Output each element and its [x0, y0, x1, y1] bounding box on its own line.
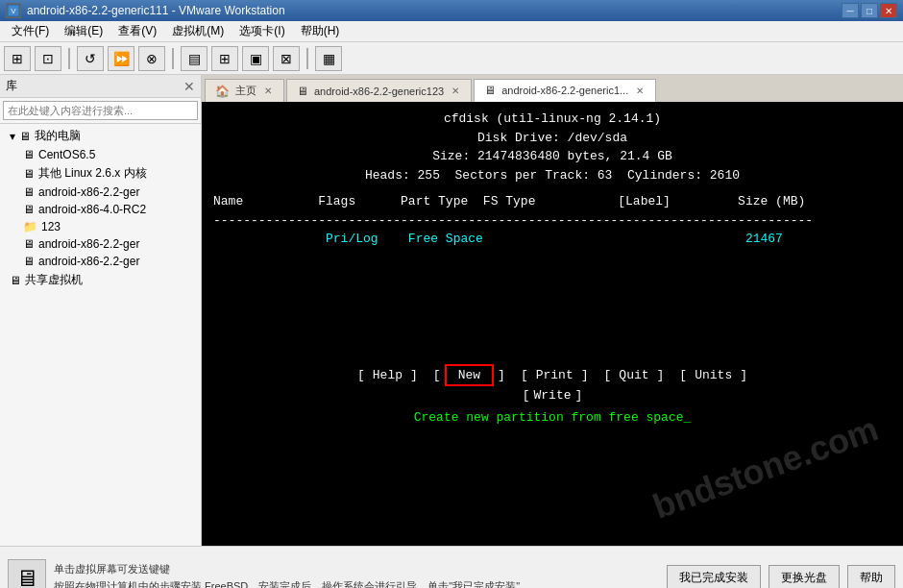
units-button-bracket-open: [ — [679, 368, 687, 382]
monitor-icon: 🖥 — [15, 565, 38, 589]
tab-close-home[interactable]: ✕ — [262, 86, 274, 97]
new-button-bracket-open: [ — [433, 368, 441, 382]
sidebar-item-centos[interactable]: 🖥 CentOS6.5 — [0, 146, 201, 163]
tab-android111[interactable]: 🖥 android-x86-2.2-generic1... ✕ — [474, 79, 656, 102]
menu-help[interactable]: 帮助(H) — [293, 21, 348, 41]
vm-free-space-row: Pri/Log Free Space 21467 — [213, 230, 891, 249]
help-button-bracket-open: [ — [357, 368, 365, 382]
toolbar-btn-7[interactable]: ⊞ — [211, 46, 238, 71]
bottom-panel: 🖥 单击虚拟屏幕可发送键键 按照在物理计算机中的步骤安装 FreeBSD。安装完… — [0, 546, 903, 588]
bottom-text-line2: 按照在物理计算机中的步骤安装 FreeBSD。安装完成后，操作系统会进行引导，单… — [54, 578, 659, 589]
sidebar-item-shared[interactable]: 🖥 共享虚拟机 — [0, 270, 201, 290]
quit-button-bracket-close: ] — [657, 368, 665, 382]
menu-vm[interactable]: 虚拟机(M) — [164, 21, 232, 41]
sidebar-item-label: android-x86-4.0-RC2 — [38, 203, 146, 216]
vm-icon-linux: 🖥 — [23, 167, 35, 181]
vm-table-header: Name Flags Part Type FS Type [Label] Siz… — [213, 192, 891, 211]
home-icon: 🏠 — [215, 85, 230, 98]
toolbar-btn-9[interactable]: ⊠ — [273, 46, 300, 71]
print-button-label[interactable]: Print — [532, 368, 577, 382]
vm-header-line: cfdisk (util-linux-ng 2.14.1) — [213, 110, 891, 129]
cfdisk-button-row1: [ Help ] [ New ] [ Print ] [ Quit ] [ Un… — [213, 364, 891, 386]
toolbar: ⊞ ⊡ ↺ ⏩ ⊗ ▤ ⊞ ▣ ⊠ ▦ — [0, 42, 903, 75]
tab-label-android123: android-x86-2.2-generic123 — [314, 86, 444, 97]
tabs-bar: 🏠 主页 ✕ 🖥 android-x86-2.2-generic123 ✕ 🖥 … — [202, 75, 903, 102]
sidebar-item-android22b[interactable]: 🖥 android-x86-2.2-ger — [0, 235, 201, 253]
menu-edit[interactable]: 编辑(E) — [57, 21, 110, 41]
title-bar: V android-x86-2.2-generic111 - VMware Wo… — [0, 0, 903, 21]
sidebar-close-button[interactable]: ✕ — [183, 79, 195, 94]
sidebar: 库 ✕ ▾ 🖥 我的电脑 🖥 CentOS6.5 🖥 其他 Linux 2.6.… — [0, 75, 202, 546]
sidebar-item-label: 共享虚拟机 — [25, 272, 83, 288]
window-controls: ─ □ ✕ — [842, 3, 897, 18]
vm-screen[interactable]: cfdisk (util-linux-ng 2.14.1) Disk Drive… — [202, 102, 903, 546]
toolbar-btn-4[interactable]: ⏩ — [108, 46, 134, 71]
help-button-label[interactable]: Help — [369, 368, 406, 382]
cfdisk-button-row2: [ Write ] — [213, 388, 891, 403]
vm-thumbnail-icon: 🖥 — [8, 559, 46, 589]
tab-close-android123[interactable]: ✕ — [450, 86, 461, 97]
bottom-panel-text: 单击虚拟屏幕可发送键键 按照在物理计算机中的步骤安装 FreeBSD。安装完成后… — [54, 561, 659, 588]
toolbar-separator-3 — [306, 48, 308, 69]
vm-disk-line3: Heads: 255 Sectors per Track: 63 Cylinde… — [213, 166, 891, 185]
menu-bar: 文件(F) 编辑(E) 查看(V) 虚拟机(M) 选项卡(I) 帮助(H) — [0, 21, 903, 42]
sidebar-search-input[interactable] — [3, 101, 198, 120]
tab-close-android111[interactable]: ✕ — [634, 85, 646, 96]
folder-icon: 📁 — [23, 220, 37, 233]
sidebar-item-label: 其他 Linux 2.6.x 内核 — [38, 165, 147, 182]
bottom-text-line1: 单击虚拟屏幕可发送键键 — [54, 561, 659, 578]
sidebar-title: 库 — [6, 78, 17, 94]
tab-home[interactable]: 🏠 主页 ✕ — [205, 79, 284, 102]
complete-install-button[interactable]: 我已完成安装 — [667, 565, 761, 589]
close-button[interactable]: ✕ — [880, 3, 897, 18]
minimize-button[interactable]: ─ — [842, 3, 859, 18]
units-button-bracket-close: ] — [740, 368, 747, 382]
window-title: android-x86-2.2-generic111 - VMware Work… — [27, 4, 842, 17]
computer-icon: 🖥 — [19, 130, 31, 143]
toolbar-btn-1[interactable]: ⊞ — [4, 46, 31, 71]
vm-icon-centos: 🖥 — [23, 148, 35, 161]
sidebar-item-label: 我的电脑 — [35, 128, 81, 144]
sidebar-tree: ▾ 🖥 我的电脑 🖥 CentOS6.5 🖥 其他 Linux 2.6.x 内核… — [0, 124, 201, 546]
content-area: 🏠 主页 ✕ 🖥 android-x86-2.2-generic123 ✕ 🖥 … — [202, 75, 903, 546]
sidebar-item-123[interactable]: 📁 123 — [0, 218, 201, 235]
toolbar-separator-2 — [172, 48, 174, 69]
quit-button-label[interactable]: Quit — [615, 368, 652, 382]
print-button-bracket-open: [ — [521, 368, 528, 382]
sidebar-item-android40[interactable]: 🖥 android-x86-4.0-RC2 — [0, 201, 201, 218]
vm-tab-icon-111: 🖥 — [484, 84, 496, 97]
main-layout: 库 ✕ ▾ 🖥 我的电脑 🖥 CentOS6.5 🖥 其他 Linux 2.6.… — [0, 75, 903, 546]
write-button-bracket-close: ] — [575, 388, 583, 403]
toolbar-btn-5[interactable]: ⊗ — [138, 46, 165, 71]
shared-vm-icon: 🖥 — [10, 274, 21, 287]
toolbar-btn-3[interactable]: ↺ — [77, 46, 104, 71]
tab-label-home: 主页 — [235, 84, 256, 98]
menu-tab[interactable]: 选项卡(I) — [232, 21, 292, 41]
help-button-bracket-close: ] — [410, 368, 418, 382]
sidebar-header: 库 ✕ — [0, 75, 201, 98]
sidebar-item-linux26[interactable]: 🖥 其他 Linux 2.6.x 内核 — [0, 163, 201, 184]
watermark: bndstone.com — [647, 408, 884, 527]
sidebar-item-android22a[interactable]: 🖥 android-x86-2.2-ger — [0, 184, 201, 201]
toolbar-btn-8[interactable]: ▣ — [242, 46, 269, 71]
write-button-label[interactable]: Write — [529, 388, 574, 403]
vm-disk-line2: Size: 21474836480 bytes, 21.4 GB — [213, 147, 891, 166]
quit-button-bracket-open: [ — [604, 368, 612, 382]
maximize-button[interactable]: □ — [861, 3, 878, 18]
new-button-label[interactable]: New — [445, 364, 494, 386]
menu-file[interactable]: 文件(F) — [4, 21, 57, 41]
change-disc-button[interactable]: 更换光盘 — [769, 565, 840, 589]
help-button[interactable]: 帮助 — [847, 565, 895, 589]
toolbar-btn-2[interactable]: ⊡ — [35, 46, 61, 71]
menu-view[interactable]: 查看(V) — [110, 21, 164, 41]
expand-icon: ▾ — [10, 130, 15, 143]
toolbar-btn-6[interactable]: ▤ — [181, 46, 207, 71]
units-button-label[interactable]: Units — [691, 368, 736, 382]
tab-android123[interactable]: 🖥 android-x86-2.2-generic123 ✕ — [286, 79, 472, 102]
sidebar-item-android22c[interactable]: 🖥 android-x86-2.2-ger — [0, 253, 201, 270]
vm-icon-android40: 🖥 — [23, 203, 35, 216]
toolbar-btn-10[interactable]: ▦ — [315, 46, 342, 71]
sidebar-item-mypc[interactable]: ▾ 🖥 我的电脑 — [0, 126, 201, 146]
new-button-bracket-close: ] — [498, 368, 505, 382]
vm-tab-icon-123: 🖥 — [297, 85, 308, 98]
